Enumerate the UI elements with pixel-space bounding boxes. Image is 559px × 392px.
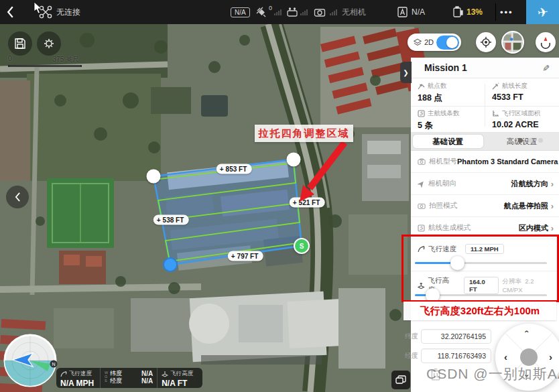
- resize-cross-icon: +: [157, 216, 161, 224]
- edge-length-left: +538 FT: [153, 215, 189, 225]
- corner-handle-top-right[interactable]: [287, 153, 301, 167]
- locate-me-button[interactable]: [476, 32, 496, 52]
- longitude-input[interactable]: 118.716763493: [421, 348, 491, 363]
- map-mode-toggle[interactable]: 2D: [408, 34, 461, 51]
- resize-cross-icon: +: [293, 199, 297, 206]
- flight-height-value: 164.0 FT: [464, 277, 499, 294]
- stat-route-length: 航线长度 4533 FT: [485, 78, 559, 105]
- camera-signal-icon: [314, 7, 326, 17]
- area-ruler-icon: [492, 110, 499, 117]
- route-length-icon: [492, 82, 499, 90]
- rc-signal-bars: [300, 9, 308, 15]
- setting-camera-model[interactable]: 相机型号 Phantom 3 Standard Camera ›: [411, 151, 559, 173]
- altitude-icon: [162, 371, 168, 377]
- photo-mode-icon: [418, 202, 426, 209]
- flight-mode-icon: [397, 6, 408, 18]
- satellite-count: 0: [269, 5, 272, 11]
- csdn-watermark: CSDN @一别如斯AA: [426, 365, 559, 383]
- photo-layers-button[interactable]: [391, 371, 410, 389]
- scale-start: 0: [8, 55, 12, 64]
- corner-handle-top-left[interactable]: [147, 170, 161, 184]
- compass-reset-button[interactable]: [536, 32, 556, 52]
- edit-mission-icon[interactable]: ✎: [541, 64, 551, 72]
- setting-route-mode[interactable]: 航线生成模式 区内模式 ›: [411, 217, 559, 239]
- takeoff-button[interactable]: ✈: [526, 0, 559, 24]
- collapse-left-button[interactable]: [6, 186, 29, 208]
- battery-icon: [452, 6, 463, 18]
- satellite-signal-bars: [274, 9, 282, 15]
- edge-length-bottom: +797 FT: [228, 251, 263, 261]
- panel-collapse-tab[interactable]: ❯: [400, 62, 412, 83]
- map-scale: 0 375 英尺: [8, 55, 82, 67]
- remote-controller-icon: [286, 7, 298, 17]
- speed-value: N/A MPH: [60, 379, 96, 388]
- camera-icon: [418, 158, 426, 165]
- mission-title: Mission 1: [424, 62, 467, 73]
- mission-header: Mission 1 ✎: [411, 58, 559, 78]
- gps-mode-badge: N/A: [231, 7, 250, 17]
- chevron-right-icon: ❯: [403, 69, 408, 76]
- main-lines-icon: [418, 110, 425, 117]
- tab-basic-settings[interactable]: 基础设置: [413, 135, 483, 148]
- flight-speed-icon: [418, 245, 425, 253]
- setting-photo-mode[interactable]: 拍照模式 航点悬停拍照 ›: [411, 195, 559, 217]
- flight-speed-slider[interactable]: [415, 262, 547, 264]
- camera-signal-bars: [330, 9, 337, 15]
- stats-page-dots[interactable]: [518, 138, 543, 143]
- annotation-red-note: 飞行高度320ft左右为100m: [403, 302, 556, 320]
- latitude-input[interactable]: 32.202764195: [421, 329, 491, 344]
- nudge-up-button[interactable]: ˆ: [525, 329, 528, 340]
- flight-height-slider[interactable]: [415, 294, 547, 296]
- photo-stack-icon: [395, 375, 406, 385]
- resize-cross-icon: +: [231, 253, 235, 260]
- layers-icon: [414, 38, 422, 47]
- telemetry-lng: N/A: [141, 377, 153, 385]
- satellite-icon: [255, 6, 267, 18]
- flight-height-icon: [418, 282, 425, 289]
- mode-toggle-switch[interactable]: [436, 36, 459, 50]
- plane-icon: ✈: [536, 4, 549, 21]
- chevron-right-icon: ›: [551, 223, 554, 233]
- minimap-button[interactable]: [501, 31, 524, 54]
- start-label: S: [300, 243, 304, 250]
- save-mission-button[interactable]: [8, 31, 32, 56]
- mouse-cursor: [34, 1, 43, 15]
- altitude-value: N/A FT: [162, 379, 198, 388]
- latitude-row: 纬度 32.202764195: [405, 329, 491, 344]
- settings-button[interactable]: [37, 31, 61, 56]
- mode-2d-label: 2D: [424, 38, 434, 46]
- stat-area: 飞行区域面积 10.02 ACRE: [485, 106, 559, 133]
- attitude-compass-widget: N: [2, 332, 58, 389]
- edge-length-top: +853 FT: [216, 164, 252, 174]
- resize-cross-icon: +: [220, 166, 224, 173]
- heading-icon: [418, 180, 425, 188]
- nudge-center-button[interactable]: [520, 348, 538, 366]
- mission-stats: 航点数 188 点 航线长度 4533 FT 主航线条数 5 条: [411, 78, 559, 133]
- longitude-row: 经度 118.716763493: [405, 348, 491, 363]
- wgs-icon: WGS: [105, 371, 108, 388]
- edge-length-right: +521 FT: [290, 198, 325, 208]
- nudge-right-button[interactable]: ›: [549, 351, 552, 363]
- corner-handle-bottom-left[interactable]: [163, 257, 178, 272]
- flight-speed-knob[interactable]: [450, 256, 464, 270]
- north-indicator: N: [52, 362, 55, 367]
- telemetry-lat: N/A: [141, 370, 153, 377]
- chevron-right-icon: ›: [551, 179, 554, 189]
- nudge-left-button[interactable]: ‹: [504, 351, 507, 363]
- more-menu-button[interactable]: •••: [500, 0, 513, 24]
- chevron-right-icon: ›: [551, 201, 554, 211]
- locate-icon: [480, 36, 492, 48]
- back-button[interactable]: [7, 0, 14, 24]
- start-point-marker[interactable]: S: [294, 238, 310, 254]
- stat-main-lines: 主航线条数 5 条: [411, 106, 485, 133]
- flight-height-knob[interactable]: [426, 288, 440, 302]
- setting-camera-direction[interactable]: 相机朝向 沿航线方向 ›: [411, 173, 559, 195]
- compass-icon: [539, 36, 552, 49]
- back-chevron-icon: [7, 6, 14, 18]
- flight-mode-value: N/A: [412, 7, 425, 17]
- stat-waypoints: 航点数 188 点: [411, 78, 485, 105]
- connection-status: 无连接: [56, 7, 80, 18]
- more-dots: •••: [500, 7, 513, 17]
- telemetry-bar: 飞行速度 N/A MPH WGS 纬度N/A 经度N/A 飞行高度 N/A FT: [56, 368, 202, 388]
- top-status-bar: 无连接 N/A 0: [0, 0, 559, 24]
